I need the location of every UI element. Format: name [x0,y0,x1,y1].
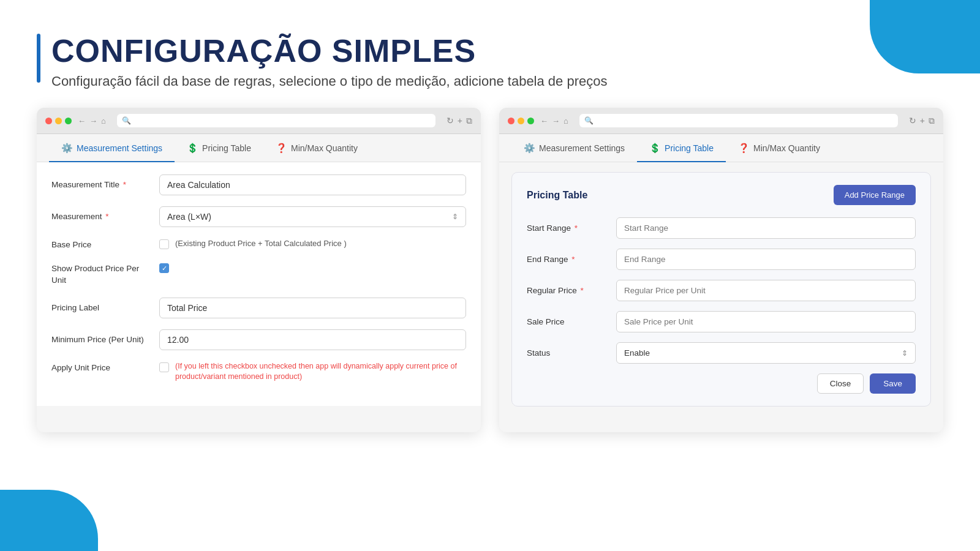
label-pricing-label: Pricing Label [51,298,149,313]
nav-forward-right[interactable]: → [552,116,560,126]
browser-nav-left: ← → ⌂ [78,116,106,126]
select-status-arrow: ⇕ [902,349,908,358]
windows-row: ← → ⌂ 🔍 ↻ + ⧉ ⚙️ Measurement Settings [37,108,943,432]
checkbox-base-price[interactable] [159,239,169,249]
search-icon-right: 🔍 [584,116,594,125]
dollar-icon-right: 💲 [649,143,661,154]
nav-home[interactable]: ⌂ [101,116,106,126]
form-row-measurement: Measurement * Area (L×W) ⇕ [51,206,466,227]
pricing-footer: Close Save [527,373,916,394]
checkbox-show-product-price[interactable] [159,263,169,273]
browser-dots-right [508,118,534,124]
nav-home-right[interactable]: ⌂ [564,116,568,126]
nav-back-right[interactable]: ← [540,116,548,126]
dot-red[interactable] [45,118,52,124]
corner-decoration-bottom-left [0,490,98,551]
tab-label-pricing-table-right: Pricing Table [665,143,714,153]
browser-window-left: ← → ⌂ 🔍 ↻ + ⧉ ⚙️ Measurement Settings [37,108,481,432]
nav-back[interactable]: ← [78,116,86,126]
gear-icon-right: ⚙️ [524,143,535,154]
dollar-icon-left: 💲 [187,143,198,154]
form-row-measurement-title: Measurement Title * [51,174,466,195]
tab-label-measurement-settings-left: Measurement Settings [77,143,162,153]
tab-minmax-left[interactable]: ❓ Min/Max Quantity [263,134,370,162]
tab-measurement-settings-left[interactable]: ⚙️ Measurement Settings [49,134,175,162]
browser-actions-right: ↻ + ⧉ [909,116,935,126]
pricing-label-start-range: Start Range * [527,223,606,233]
tabs-right: ⚙️ Measurement Settings 💲 Pricing Table … [499,134,943,162]
form-row-show-product-price: Show Product Price Per Unit [51,262,466,287]
input-end-range[interactable] [616,249,916,270]
question-icon-left: ❓ [276,143,287,154]
dot-yellow-right[interactable] [518,118,524,124]
search-icon-left: 🔍 [122,116,131,125]
tab-label-minmax-left: Min/Max Quantity [291,143,358,153]
label-minimum-price: Minimum Price (Per Unit) [51,329,149,345]
pricing-row-start-range: Start Range * [527,217,916,239]
dot-red-right[interactable] [508,118,514,124]
save-button[interactable]: Save [870,373,916,394]
input-measurement-title[interactable] [159,174,466,195]
browser-search-left[interactable]: 🔍 [117,114,435,127]
pricing-label-end-range: End Range * [527,255,606,264]
label-base-price: Base Price [51,238,149,251]
form-left: Measurement Title * Measurement * Area (… [37,162,481,406]
refresh-icon[interactable]: ↻ [447,116,454,126]
input-regular-price[interactable] [616,280,916,301]
input-start-range[interactable] [616,217,916,239]
question-icon-right: ❓ [738,143,750,154]
form-row-pricing-label: Pricing Label [51,298,466,318]
tab-label-measurement-settings-right: Measurement Settings [539,143,625,153]
label-measurement-title: Measurement Title * [51,174,149,190]
refresh-icon-right[interactable]: ↻ [909,116,916,126]
tab-pricing-table-left[interactable]: 💲 Pricing Table [175,134,263,162]
add-tab-icon[interactable]: + [458,116,462,126]
pricing-row-sale-price: Sale Price [527,311,916,332]
tab-label-minmax-right: Min/Max Quantity [753,143,820,153]
page-header: CONFIGURAÇÃO SIMPLES Configuração fácil … [37,34,943,89]
page-subtitle: Configuração fácil da base de regras, se… [51,73,607,89]
browser-dots-left [45,118,72,124]
browser-search-right[interactable]: 🔍 [579,114,898,127]
label-show-product-price: Show Product Price Per Unit [51,262,149,287]
checkbox-wrapper-base-price: (Existing Product Price + Total Calculat… [159,238,466,249]
input-sale-price[interactable] [616,311,916,332]
browser-chrome-left: ← → ⌂ 🔍 ↻ + ⧉ [37,108,481,134]
window-icon-right[interactable]: ⧉ [929,116,935,126]
form-row-minimum-price: Minimum Price (Per Unit) [51,329,466,350]
close-button[interactable]: Close [817,373,864,394]
header-accent-bar [37,34,40,83]
select-measurement[interactable]: Area (L×W) ⇕ [159,206,466,227]
add-tab-icon-right[interactable]: + [920,116,925,126]
gear-icon-left: ⚙️ [61,143,73,154]
pricing-label-regular-price: Regular Price * [527,286,606,295]
tab-minmax-right[interactable]: ❓ Min/Max Quantity [726,134,832,162]
nav-forward[interactable]: → [89,116,97,126]
select-status[interactable]: Enable ⇕ [616,342,916,364]
pricing-table-title: Pricing Table [527,190,587,201]
tabs-left: ⚙️ Measurement Settings 💲 Pricing Table … [37,134,481,162]
pricing-row-end-range: End Range * [527,249,916,270]
dot-yellow[interactable] [55,118,62,124]
tab-pricing-table-right[interactable]: 💲 Pricing Table [637,134,726,162]
label-apply-unit-price: Apply Unit Price [51,361,149,374]
pricing-label-sale-price: Sale Price [527,317,606,326]
checkbox-wrapper-show-product-price [159,262,466,273]
window-icon[interactable]: ⧉ [466,116,472,126]
form-row-apply-unit-price: Apply Unit Price (If you left this check… [51,361,466,383]
input-minimum-price[interactable] [159,329,466,350]
label-measurement: Measurement * [51,206,149,222]
dot-green[interactable] [65,118,72,124]
select-status-value: Enable [624,348,650,358]
browser-actions-left: ↻ + ⧉ [447,116,472,126]
tab-measurement-settings-right[interactable]: ⚙️ Measurement Settings [511,134,637,162]
add-price-range-button[interactable]: Add Price Range [834,185,916,205]
dot-green-right[interactable] [527,118,534,124]
checkbox-apply-unit-price[interactable] [159,362,169,372]
form-row-base-price: Base Price (Existing Product Price + Tot… [51,238,466,251]
page-title: CONFIGURAÇÃO SIMPLES [51,34,607,69]
pricing-header: Pricing Table Add Price Range [527,185,916,205]
pricing-row-status: Status Enable ⇕ [527,342,916,364]
browser-chrome-right: ← → ⌂ 🔍 ↻ + ⧉ [499,108,943,134]
input-pricing-label[interactable] [159,298,466,318]
